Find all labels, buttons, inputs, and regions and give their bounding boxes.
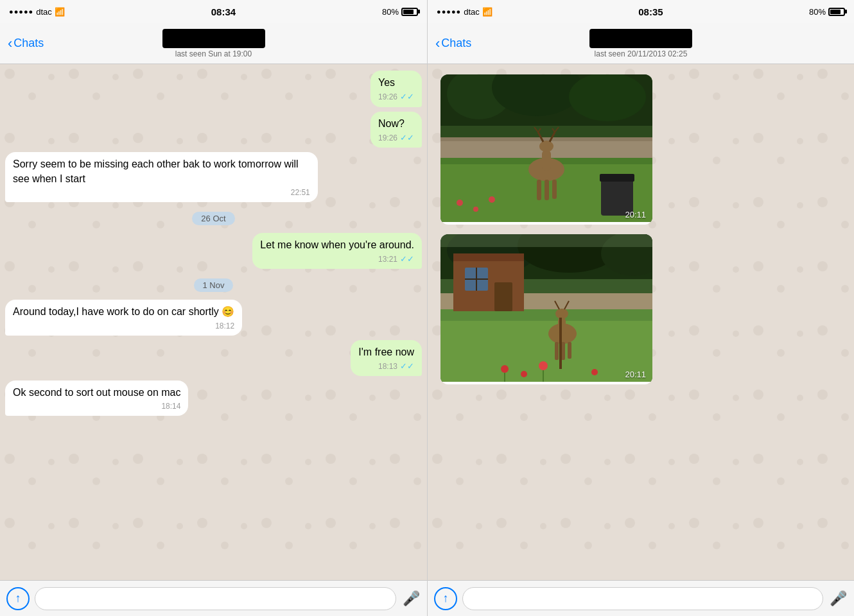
bubble-received: Sorry seem to be missing each other bak … bbox=[5, 152, 318, 202]
msg-time: 18:14 bbox=[161, 401, 180, 412]
carrier-name: dtac bbox=[36, 7, 52, 17]
svg-rect-49 bbox=[559, 318, 562, 369]
share-icon-right: ↑ bbox=[443, 592, 449, 605]
carrier-name-right: dtac bbox=[464, 7, 480, 17]
msg-text: Around today,I have work to do on car sh… bbox=[13, 306, 234, 317]
input-bar-right: ↑ 🎤 bbox=[428, 580, 854, 616]
msg-text: Ok second to sort out mouse on mac bbox=[13, 387, 180, 398]
msg-time: 18:13 bbox=[378, 361, 397, 372]
svg-rect-48 bbox=[568, 342, 571, 359]
msg-text: Let me know when you're around. bbox=[260, 239, 414, 250]
svg-rect-36 bbox=[453, 253, 524, 261]
contact-name-block-left bbox=[162, 29, 265, 48]
status-right-left: 80% bbox=[382, 7, 418, 17]
back-label-left: Chats bbox=[13, 37, 44, 50]
svg-point-11 bbox=[539, 141, 553, 152]
status-left: ●●●●● dtac 📶 bbox=[9, 7, 65, 17]
deer-image-2 bbox=[440, 234, 652, 382]
msg-time: 19:26 bbox=[378, 133, 397, 144]
wifi-icon-right: 📶 bbox=[482, 7, 492, 17]
battery-pct-right: 80% bbox=[809, 7, 826, 17]
share-button-right[interactable]: ↑ bbox=[434, 587, 457, 610]
nav-bar-right: ‹ Chats last seen 20/11/2013 02:25 bbox=[428, 23, 854, 64]
battery-pct-left: 80% bbox=[382, 7, 399, 17]
status-time-right: 08:35 bbox=[638, 6, 663, 17]
status-right-right: 80% bbox=[809, 7, 845, 17]
date-separator: 26 Oct bbox=[5, 212, 422, 225]
chat-area-left[interactable]: Yes 19:26 ✓✓ Now? 19:26 ✓✓ Sorry seem to… bbox=[0, 64, 427, 580]
wifi-icon: 📶 bbox=[55, 7, 65, 17]
msg-text: I'm free now bbox=[358, 346, 414, 357]
svg-point-52 bbox=[539, 361, 548, 370]
bubble-sent: Yes 19:26 ✓✓ bbox=[370, 71, 422, 107]
msg-row: I'm free now 18:13 ✓✓ bbox=[5, 340, 422, 377]
back-button-left[interactable]: ‹ Chats bbox=[8, 37, 44, 51]
msg-row: Ok second to sort out mouse on mac 18:14 bbox=[5, 381, 422, 416]
last-seen-left: last seen Sun at 19:00 bbox=[175, 49, 252, 58]
nav-center-right: last seen 20/11/2013 02:25 bbox=[589, 29, 692, 58]
svg-point-4 bbox=[569, 74, 646, 121]
svg-point-24 bbox=[473, 207, 478, 212]
msg-row: Let me know when you're around. 13:21 ✓✓ bbox=[5, 233, 422, 270]
msg-row: Sorry seem to be missing each other bak … bbox=[5, 152, 422, 202]
battery-icon-left bbox=[401, 8, 418, 16]
msg-row: Now? 19:26 ✓✓ bbox=[5, 112, 422, 148]
msg-text: Now? bbox=[378, 118, 405, 129]
svg-rect-19 bbox=[545, 180, 549, 200]
msg-text: Sorry seem to be missing each other bak … bbox=[13, 158, 299, 184]
msg-time: 18:12 bbox=[215, 321, 234, 332]
svg-rect-33 bbox=[440, 321, 652, 382]
signal-dots: ●●●●● bbox=[9, 8, 33, 15]
signal-dots-right: ●●●●● bbox=[437, 8, 461, 15]
date-separator: 1 Nov bbox=[5, 278, 422, 292]
back-label-right: Chats bbox=[441, 37, 471, 50]
mic-button-right[interactable]: 🎤 bbox=[828, 587, 848, 610]
chat-area-right[interactable]: 20:11 bbox=[428, 64, 854, 580]
msg-row-image: 20:11 bbox=[435, 74, 846, 225]
msg-ticks: ✓✓ bbox=[400, 91, 414, 103]
svg-point-43 bbox=[555, 309, 568, 319]
svg-rect-10 bbox=[542, 150, 551, 171]
share-button-left[interactable]: ↑ bbox=[6, 587, 30, 610]
nav-bar-left: ‹ Chats last seen Sun at 19:00 bbox=[0, 23, 427, 64]
image-bubble-1[interactable]: 20:11 bbox=[440, 74, 652, 225]
image-time-2: 20:11 bbox=[625, 370, 646, 379]
battery-icon-right bbox=[828, 8, 845, 16]
mic-icon-right: 🎤 bbox=[830, 590, 847, 607]
msg-time: 13:21 bbox=[378, 254, 397, 265]
date-label: 1 Nov bbox=[194, 278, 234, 292]
input-bar-left: ↑ 🎤 bbox=[0, 580, 427, 616]
date-label: 26 Oct bbox=[192, 212, 234, 225]
nav-center-left: last seen Sun at 19:00 bbox=[162, 29, 265, 58]
status-bar-right: ●●●●● dtac 📶 08:35 80% bbox=[428, 0, 854, 23]
bubble-sent: I'm free now 18:13 ✓✓ bbox=[351, 340, 422, 377]
right-panel: ●●●●● dtac 📶 08:35 80% ‹ Chats last seen… bbox=[427, 0, 854, 616]
svg-point-25 bbox=[489, 196, 495, 203]
bubble-received: Around today,I have work to do on car sh… bbox=[5, 300, 242, 335]
chevron-left-icon-right: ‹ bbox=[435, 37, 440, 51]
chevron-left-icon: ‹ bbox=[8, 37, 12, 51]
back-button-right[interactable]: ‹ Chats bbox=[435, 37, 471, 51]
msg-time: 19:26 bbox=[378, 92, 397, 103]
message-input-right[interactable] bbox=[462, 587, 823, 610]
deer-image-1 bbox=[440, 74, 652, 222]
msg-ticks: ✓✓ bbox=[400, 361, 414, 372]
svg-rect-40 bbox=[494, 282, 512, 311]
status-bar-left: ●●●●● dtac 📶 08:34 80% bbox=[0, 0, 427, 23]
last-seen-right: last seen 20/11/2013 02:25 bbox=[595, 49, 688, 58]
status-time-left: 08:34 bbox=[211, 6, 236, 17]
message-input-left[interactable] bbox=[35, 587, 396, 610]
contact-name-block-right bbox=[589, 29, 692, 48]
status-left-right: ●●●●● dtac 📶 bbox=[437, 7, 492, 17]
mic-icon: 🎤 bbox=[403, 590, 420, 607]
left-panel: ●●●●● dtac 📶 08:34 80% ‹ Chats last seen… bbox=[0, 0, 427, 616]
svg-rect-22 bbox=[600, 174, 634, 182]
mic-button-left[interactable]: 🎤 bbox=[401, 587, 421, 610]
image-bubble-2[interactable]: 20:11 bbox=[440, 234, 652, 384]
msg-ticks: ✓✓ bbox=[400, 253, 414, 265]
msg-row: Around today,I have work to do on car sh… bbox=[5, 300, 422, 335]
bubble-received: Ok second to sort out mouse on mac 18:14 bbox=[5, 381, 188, 416]
svg-rect-18 bbox=[537, 180, 541, 200]
bubble-sent: Let me know when you're around. 13:21 ✓✓ bbox=[252, 233, 422, 270]
svg-point-51 bbox=[521, 371, 527, 377]
